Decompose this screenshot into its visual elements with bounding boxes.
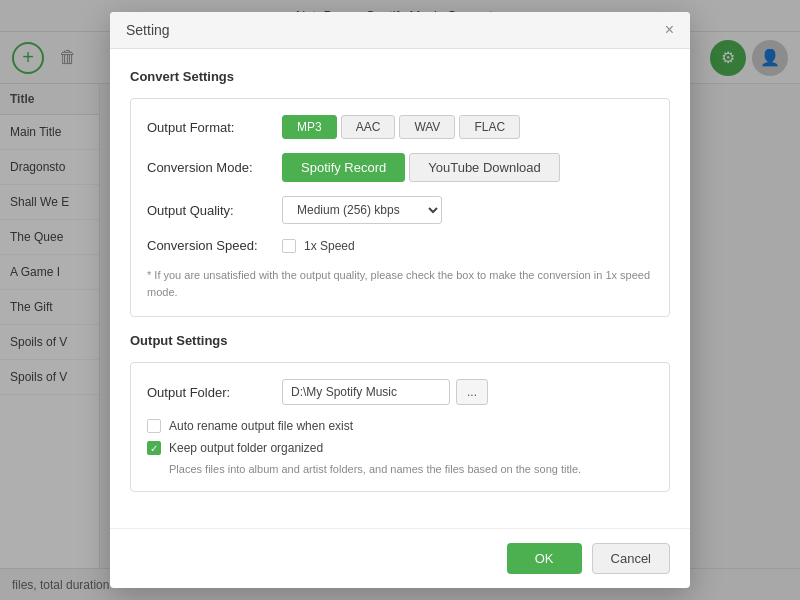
output-quality-label: Output Quality: — [147, 203, 282, 218]
conversion-mode-label: Conversion Mode: — [147, 160, 282, 175]
format-aac-button[interactable]: AAC — [341, 115, 396, 139]
mode-spotify-button[interactable]: Spotify Record — [282, 153, 405, 182]
quality-select[interactable]: Low (128) kbps Medium (256) kbps High (3… — [282, 196, 442, 224]
dialog-body: Convert Settings Output Format: MP3 AAC … — [110, 49, 690, 528]
keep-organized-label: Keep output folder organized — [169, 441, 323, 455]
mode-youtube-button[interactable]: YouTube Download — [409, 153, 560, 182]
auto-rename-checkbox[interactable] — [147, 419, 161, 433]
format-btn-group: MP3 AAC WAV FLAC — [282, 115, 520, 139]
dialog-close-button[interactable]: × — [665, 22, 674, 38]
speed-label: 1x Speed — [304, 239, 355, 253]
convert-settings-title: Convert Settings — [130, 69, 670, 84]
dialog-title-bar: Setting × — [110, 12, 690, 49]
output-format-label: Output Format: — [147, 120, 282, 135]
auto-rename-label: Auto rename output file when exist — [169, 419, 353, 433]
modal-overlay: Setting × Convert Settings Output Format… — [0, 0, 800, 600]
conversion-mode-row: Conversion Mode: Spotify Record YouTube … — [147, 153, 653, 182]
output-folder-label: Output Folder: — [147, 385, 282, 400]
speed-checkbox-row: 1x Speed — [282, 239, 355, 253]
output-settings-box: Output Folder: ... Auto rename output fi… — [130, 362, 670, 492]
output-format-row: Output Format: MP3 AAC WAV FLAC — [147, 115, 653, 139]
format-flac-button[interactable]: FLAC — [459, 115, 520, 139]
ok-button[interactable]: OK — [507, 543, 582, 574]
convert-settings-box: Output Format: MP3 AAC WAV FLAC Conversi… — [130, 98, 670, 317]
dialog-footer: OK Cancel — [110, 528, 690, 588]
dialog-title: Setting — [126, 22, 170, 38]
keep-organized-checkbox[interactable]: ✓ — [147, 441, 161, 455]
output-quality-row: Output Quality: Low (128) kbps Medium (2… — [147, 196, 653, 224]
format-wav-button[interactable]: WAV — [399, 115, 455, 139]
folder-input[interactable] — [282, 379, 450, 405]
speed-hint-text: * If you are unsatisfied with the output… — [147, 267, 653, 300]
keep-organized-desc: Places files into album and artist folde… — [147, 463, 653, 475]
speed-checkbox[interactable] — [282, 239, 296, 253]
format-mp3-button[interactable]: MP3 — [282, 115, 337, 139]
conversion-speed-row: Conversion Speed: 1x Speed — [147, 238, 653, 253]
output-settings-title: Output Settings — [130, 333, 670, 348]
auto-rename-row: Auto rename output file when exist — [147, 419, 653, 433]
keep-organized-row: ✓ Keep output folder organized — [147, 441, 653, 455]
cancel-button[interactable]: Cancel — [592, 543, 670, 574]
settings-dialog: Setting × Convert Settings Output Format… — [110, 12, 690, 588]
folder-input-wrap: ... — [282, 379, 488, 405]
conversion-speed-label: Conversion Speed: — [147, 238, 282, 253]
mode-btn-group: Spotify Record YouTube Download — [282, 153, 560, 182]
output-folder-row: Output Folder: ... — [147, 379, 653, 405]
browse-button[interactable]: ... — [456, 379, 488, 405]
